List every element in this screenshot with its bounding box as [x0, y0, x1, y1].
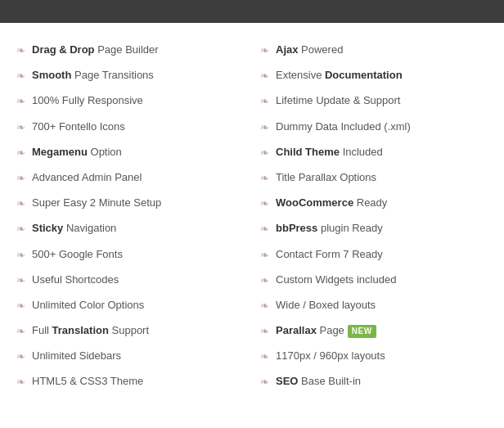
- list-item: ❧Unlimited Color Options: [16, 293, 244, 318]
- list-item: ❧Parallax PageNEW: [260, 318, 488, 344]
- feature-label: Sticky Navigation: [32, 221, 116, 236]
- left-column: ❧Drag & Drop Page Builder❧Smooth Page Tr…: [16, 38, 252, 395]
- list-item: ❧Useful Shortcodes: [16, 268, 244, 293]
- feature-label: Wide / Boxed layouts: [276, 298, 376, 313]
- list-item: ❧WooCommerce Ready: [260, 191, 488, 216]
- feature-label: Lifetime Update & Support: [276, 93, 400, 108]
- bullet-icon: ❧: [260, 69, 269, 83]
- bullet-icon: ❧: [16, 349, 25, 364]
- list-item: ❧SEO Base Built-in: [260, 369, 488, 394]
- feature-label: 1170px / 960px layouts: [276, 349, 385, 363]
- list-item: ❧Sticky Navigation: [16, 216, 244, 241]
- feature-label: Unlimited Sidebars: [32, 349, 121, 363]
- feature-label: Ajax Powered: [276, 43, 343, 57]
- list-item: ❧Title Parallax Options: [260, 165, 488, 191]
- page-header: [0, 0, 504, 23]
- feature-label: bbPress plugin Ready: [276, 221, 383, 236]
- bullet-icon: ❧: [16, 324, 25, 339]
- bullet-icon: ❧: [260, 94, 269, 109]
- feature-label: HTML5 & CSS3 Theme: [32, 374, 143, 389]
- list-item: ❧Super Easy 2 Minute Setup: [16, 191, 244, 216]
- feature-label: 100% Fully Responsive: [32, 93, 143, 108]
- list-item: ❧Contact Form 7 Ready: [260, 242, 488, 268]
- list-item: ❧500+ Google Fonts: [16, 242, 244, 268]
- list-item: ❧Lifetime Update & Support: [260, 88, 488, 114]
- feature-label: Unlimited Color Options: [32, 298, 144, 313]
- list-item: ❧Smooth Page Transitions: [16, 63, 244, 88]
- list-item: ❧Full Translation Support: [16, 318, 244, 344]
- bullet-icon: ❧: [260, 171, 269, 186]
- list-item: ❧Custom Widgets included: [260, 268, 488, 293]
- list-item: ❧HTML5 & CSS3 Theme: [16, 369, 244, 394]
- new-badge: NEW: [348, 325, 376, 338]
- bullet-icon: ❧: [16, 146, 25, 160]
- list-item: ❧100% Fully Responsive: [16, 88, 244, 114]
- bullet-icon: ❧: [16, 120, 25, 135]
- bullet-icon: ❧: [260, 146, 269, 160]
- list-item: ❧Unlimited Sidebars: [16, 344, 244, 369]
- list-item: ❧700+ Fontello Icons: [16, 115, 244, 140]
- list-item: ❧Megamenu Option: [16, 140, 244, 165]
- feature-label: 500+ Google Fonts: [32, 247, 123, 262]
- feature-label: 700+ Fontello Icons: [32, 119, 125, 134]
- feature-label: Child Theme Included: [276, 145, 383, 160]
- bullet-icon: ❧: [16, 43, 25, 58]
- right-column: ❧Ajax Powered❧Extensive Documentation❧Li…: [252, 38, 488, 395]
- bullet-icon: ❧: [16, 273, 25, 288]
- feature-label: Megamenu Option: [32, 145, 122, 160]
- bullet-icon: ❧: [260, 196, 269, 211]
- bullet-icon: ❧: [16, 69, 25, 83]
- list-item: ❧Drag & Drop Page Builder: [16, 38, 244, 63]
- list-item: ❧Extensive Documentation: [260, 63, 488, 88]
- bullet-icon: ❧: [260, 324, 269, 339]
- list-item: ❧Child Theme Included: [260, 140, 488, 165]
- list-item: ❧Dummy Data Included (.xml): [260, 115, 488, 140]
- feature-label: Custom Widgets included: [276, 273, 396, 287]
- feature-label: Contact Form 7 Ready: [276, 247, 383, 262]
- feature-label: Title Parallax Options: [276, 170, 376, 185]
- feature-label: Parallax PageNEW: [276, 323, 376, 338]
- feature-label: Drag & Drop Page Builder: [32, 43, 159, 57]
- list-item: ❧1170px / 960px layouts: [260, 344, 488, 369]
- list-item: ❧Ajax Powered: [260, 38, 488, 63]
- bullet-icon: ❧: [260, 43, 269, 58]
- feature-label: Full Translation Support: [32, 323, 149, 338]
- feature-label: Smooth Page Transitions: [32, 68, 154, 83]
- bullet-icon: ❧: [260, 299, 269, 313]
- bullet-icon: ❧: [16, 196, 25, 211]
- bullet-icon: ❧: [16, 171, 25, 186]
- bullet-icon: ❧: [260, 120, 269, 135]
- list-item: ❧Wide / Boxed layouts: [260, 293, 488, 318]
- features-grid: ❧Drag & Drop Page Builder❧Smooth Page Tr…: [0, 23, 504, 403]
- feature-label: Extensive Documentation: [276, 68, 403, 83]
- bullet-icon: ❧: [16, 222, 25, 237]
- feature-label: Advanced Admin Panel: [32, 170, 142, 185]
- list-item: ❧bbPress plugin Ready: [260, 216, 488, 241]
- bullet-icon: ❧: [260, 273, 269, 288]
- feature-label: WooCommerce Ready: [276, 196, 387, 210]
- feature-label: Useful Shortcodes: [32, 273, 119, 287]
- bullet-icon: ❧: [16, 248, 25, 263]
- list-item: ❧Advanced Admin Panel: [16, 165, 244, 191]
- bullet-icon: ❧: [260, 349, 269, 364]
- bullet-icon: ❧: [260, 375, 269, 390]
- feature-label: Super Easy 2 Minute Setup: [32, 196, 161, 210]
- feature-label: Dummy Data Included (.xml): [276, 119, 411, 134]
- bullet-icon: ❧: [16, 94, 25, 109]
- bullet-icon: ❧: [16, 375, 25, 390]
- bullet-icon: ❧: [16, 299, 25, 313]
- bullet-icon: ❧: [260, 248, 269, 263]
- bullet-icon: ❧: [260, 222, 269, 237]
- feature-label: SEO Base Built-in: [276, 374, 361, 389]
